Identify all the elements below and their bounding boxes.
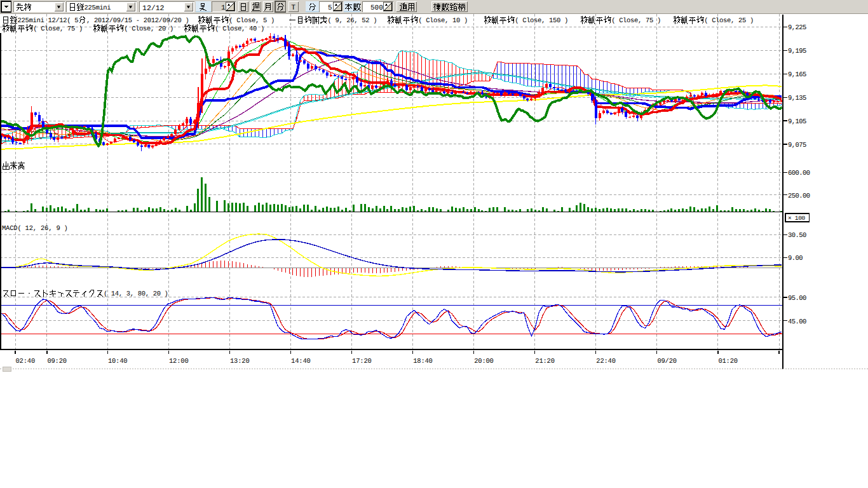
svg-text:09:20: 09:20 — [47, 358, 67, 365]
svg-text:× 100: × 100 — [788, 215, 806, 222]
svg-text:09/20: 09/20 — [657, 358, 677, 365]
svg-text:02:40: 02:40 — [16, 358, 36, 365]
svg-text:( Close, 20 ): ( Close, 20 ) — [124, 25, 173, 33]
svg-text:600.00: 600.00 — [788, 170, 810, 177]
svg-text:( Close, 10 ): ( Close, 10 ) — [418, 17, 468, 25]
svg-text:9.00: 9.00 — [788, 255, 803, 262]
svg-text:20:00: 20:00 — [474, 358, 494, 365]
svg-text:22:40: 22:40 — [596, 358, 616, 365]
svg-text:500: 500 — [370, 4, 383, 12]
svg-text:21:20: 21:20 — [535, 358, 555, 365]
svg-text:17:20: 17:20 — [352, 358, 372, 365]
svg-text:95.00: 95.00 — [788, 295, 806, 302]
svg-text:250.00: 250.00 — [788, 193, 810, 200]
svg-text:9,075: 9,075 — [788, 142, 806, 149]
svg-text:225mini 12/12( 5: 225mini 12/12( 5 — [18, 17, 79, 25]
svg-text:( 14, 3, 80, 20 ): ( 14, 3, 80, 20 ) — [104, 290, 168, 298]
svg-text:9,135: 9,135 — [788, 95, 806, 102]
svg-text:( Close, 75 ): ( Close, 75 ) — [33, 25, 83, 33]
svg-text:5: 5 — [328, 4, 332, 12]
svg-text:( Close, 5 ): ( Close, 5 ) — [229, 17, 275, 25]
svg-text:( Close, 25 ): ( Close, 25 ) — [704, 17, 754, 25]
svg-text:( Close, 40 ): ( Close, 40 ) — [215, 25, 264, 33]
svg-text:18:40: 18:40 — [413, 358, 433, 365]
svg-text:( 9, 26, 52 ): ( 9, 26, 52 ) — [328, 17, 377, 25]
svg-text:, 2012/09/15 - 2012/09/20 ): , 2012/09/15 - 2012/09/20 ) — [86, 17, 189, 25]
svg-text:10:40: 10:40 — [108, 358, 128, 365]
svg-text:T: T — [291, 4, 295, 12]
svg-text:9,165: 9,165 — [788, 71, 806, 79]
svg-text:12:00: 12:00 — [169, 358, 189, 365]
svg-text:14:40: 14:40 — [291, 358, 311, 365]
svg-text:30.50: 30.50 — [788, 232, 806, 240]
svg-text:12/12: 12/12 — [142, 4, 165, 13]
svg-text:45.00: 45.00 — [788, 318, 806, 326]
svg-text:( Close, 150 ): ( Close, 150 ) — [515, 17, 568, 25]
svg-text:9,195: 9,195 — [788, 48, 806, 55]
svg-text:MACD( 12, 26, 9 ): MACD( 12, 26, 9 ) — [2, 225, 68, 233]
svg-text:13:20: 13:20 — [230, 358, 250, 365]
svg-text:01:20: 01:20 — [718, 358, 738, 365]
svg-text:( Close, 75 ): ( Close, 75 ) — [611, 17, 661, 25]
svg-text:9,225: 9,225 — [788, 24, 806, 32]
svg-text:1: 1 — [221, 4, 226, 12]
svg-text:9,105: 9,105 — [788, 118, 806, 126]
svg-text:225mini: 225mini — [85, 4, 111, 12]
